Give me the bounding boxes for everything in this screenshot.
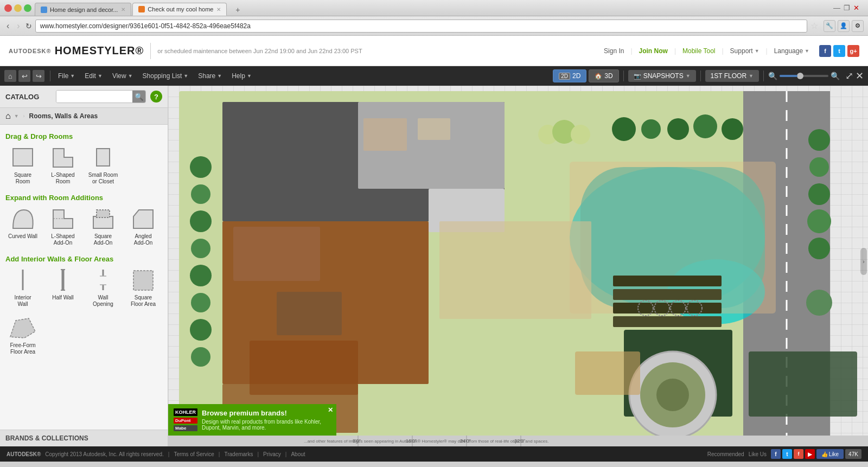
edit-menu[interactable]: Edit ▼ bbox=[80, 70, 107, 82]
footer-sep1: | bbox=[168, 451, 170, 457]
svg-rect-52 bbox=[439, 221, 591, 319]
footer-twitter-icon[interactable]: t bbox=[782, 449, 792, 459]
room-item-small[interactable]: Small Roomor Closet bbox=[86, 146, 120, 185]
room-item-lshaped-addon[interactable]: L-ShapedAdd-On bbox=[46, 207, 80, 246]
minimize-window-btn[interactable] bbox=[14, 4, 22, 12]
tab2-close[interactable]: ✕ bbox=[216, 7, 221, 12]
new-tab-btn[interactable]: + bbox=[230, 4, 245, 16]
minimize-btn[interactable]: — bbox=[833, 4, 840, 12]
breadcrumb-home-icon[interactable]: ⌂ bbox=[5, 111, 11, 121]
room-item-square-addon[interactable]: SquareAdd-On bbox=[86, 207, 120, 246]
svg-point-60 bbox=[191, 347, 210, 367]
footer-terms-link[interactable]: Terms of Service bbox=[174, 451, 214, 457]
settings-btn[interactable]: ⚙ bbox=[852, 20, 864, 32]
svg-rect-30 bbox=[613, 276, 722, 286]
profile-btn[interactable]: 👤 bbox=[838, 20, 850, 32]
room-item-square[interactable]: SquareRoom bbox=[5, 146, 40, 185]
redo-btn[interactable]: ↪ bbox=[33, 70, 44, 82]
room-item-interior-wall[interactable]: InteriorWall bbox=[5, 268, 40, 308]
undo-btn[interactable]: ↩ bbox=[18, 70, 30, 82]
exit-btn[interactable]: ✕ bbox=[856, 70, 864, 82]
share-menu[interactable]: Share ▼ bbox=[194, 70, 226, 82]
browser-title-bar: Home design and decor... ✕ Check out my … bbox=[0, 0, 868, 16]
browser-tab-1[interactable]: Home design and decor... ✕ bbox=[35, 3, 131, 16]
room-item-square-floor[interactable]: SquareFloor Area bbox=[126, 268, 161, 308]
canvas-area[interactable]: 8'0" 16'0" 24'0" 32'0" ...and other feat… bbox=[168, 86, 868, 446]
bookmark-btn[interactable]: ☆ bbox=[810, 21, 818, 31]
view-3d-btn[interactable]: 🏠 3D bbox=[589, 69, 618, 82]
fullscreen-btn[interactable]: ⤢ bbox=[845, 70, 853, 82]
room-item-wall-opening[interactable]: WallOpening bbox=[86, 268, 120, 308]
toolbar-div1 bbox=[50, 71, 50, 81]
wall-opening-icon bbox=[88, 268, 118, 292]
signin-link[interactable]: Sign In bbox=[604, 47, 624, 55]
catalog-search-input[interactable] bbox=[56, 91, 132, 103]
file-menu[interactable]: File ▼ bbox=[54, 70, 79, 82]
shoppinglist-menu[interactable]: Shopping List ▼ bbox=[138, 70, 193, 82]
language-dropdown[interactable]: Language ▼ bbox=[774, 47, 809, 55]
home-toolbar-btn[interactable]: ⌂ bbox=[4, 70, 16, 82]
homestyler-logo: HOMESTYLER® bbox=[55, 44, 144, 57]
footer-recommended: Recommended bbox=[707, 451, 744, 457]
help-btn[interactable]: ? bbox=[150, 91, 162, 103]
browser-tab-2[interactable]: Check out my cool home ✕ bbox=[132, 3, 227, 16]
support-dropdown[interactable]: Support ▼ bbox=[730, 47, 760, 55]
extensions-btn[interactable]: 🔧 bbox=[824, 20, 835, 32]
footer-facebook-icon[interactable]: f bbox=[771, 449, 781, 459]
sep3: | bbox=[722, 47, 723, 55]
zoom-plus-icon[interactable]: 🔍 bbox=[831, 72, 840, 80]
toolbar-div4 bbox=[763, 71, 764, 81]
restore-btn[interactable]: ❐ bbox=[844, 4, 850, 12]
footer-flickr-icon[interactable]: f bbox=[794, 449, 803, 459]
square-floor-icon bbox=[129, 268, 158, 292]
footer-youtube-icon[interactable]: ▶ bbox=[805, 449, 815, 459]
room-item-half-wall[interactable]: Half Wall bbox=[46, 268, 80, 308]
svg-point-57 bbox=[190, 265, 212, 286]
room-item-freeform[interactable]: Free-FormFloor Area bbox=[5, 316, 40, 355]
googleplus-icon[interactable]: g+ bbox=[847, 45, 859, 57]
zoom-slider[interactable] bbox=[780, 75, 828, 77]
catalog-search-btn[interactable]: 🔍 bbox=[132, 91, 145, 103]
dupont-logo: DuPont bbox=[174, 418, 197, 424]
svg-rect-49 bbox=[250, 341, 358, 395]
view-2d-btn[interactable]: 2D 2D bbox=[553, 69, 586, 82]
svg-rect-51 bbox=[418, 118, 450, 140]
view-menu[interactable]: View ▼ bbox=[108, 70, 137, 82]
svg-point-64 bbox=[807, 209, 831, 233]
mobiletool-link[interactable]: Mobile Tool bbox=[682, 47, 715, 55]
forward-btn[interactable]: › bbox=[15, 20, 22, 32]
footer-like-btn[interactable]: 👍 Like bbox=[816, 449, 844, 459]
close-window-btn[interactable] bbox=[4, 4, 12, 12]
back-btn[interactable]: ‹ bbox=[4, 20, 11, 32]
footer-about-link[interactable]: About bbox=[291, 451, 305, 457]
shoppinglist-label: Shopping List bbox=[143, 72, 182, 80]
footer-trademarks-link[interactable]: Trademarks bbox=[224, 451, 253, 457]
floor-selector[interactable]: 1ST FLOOR ▼ bbox=[705, 70, 759, 82]
maximize-window-btn[interactable] bbox=[24, 4, 31, 12]
logo-area: AUTODESK® HOMESTYLER® or scheduled maint… bbox=[9, 43, 362, 59]
svg-point-36 bbox=[641, 119, 661, 139]
address-bar[interactable] bbox=[35, 20, 807, 33]
svg-point-58 bbox=[191, 293, 210, 312]
joinnow-link[interactable]: Join Now bbox=[639, 47, 668, 55]
twitter-icon[interactable]: t bbox=[833, 45, 845, 57]
zoom-minus-icon[interactable]: 🔍 bbox=[768, 72, 777, 80]
ad-close-btn[interactable]: ✕ bbox=[328, 406, 333, 414]
facebook-icon[interactable]: f bbox=[819, 45, 831, 57]
footer-privacy-link[interactable]: Privacy bbox=[263, 451, 281, 457]
file-arrow: ▼ bbox=[70, 73, 75, 79]
browser-window-controls bbox=[4, 4, 31, 12]
room-item-lshaped[interactable]: L-ShapedRoom bbox=[46, 146, 80, 185]
refresh-btn[interactable]: ↻ bbox=[25, 22, 32, 30]
help-menu[interactable]: Help ▼ bbox=[227, 70, 256, 82]
ad-content: Browse premium brands! Design with real … bbox=[202, 409, 331, 431]
room-item-curved[interactable]: Curved Wall bbox=[5, 207, 40, 246]
tab1-close[interactable]: ✕ bbox=[121, 7, 125, 12]
lshaped-room-icon bbox=[48, 146, 78, 170]
snapshots-btn[interactable]: 📷 SNAPSHOTS ▼ bbox=[628, 70, 696, 82]
close-btn[interactable]: ✕ bbox=[853, 4, 859, 12]
room-item-angled-addon[interactable]: AngledAdd-On bbox=[126, 207, 161, 246]
panel-content: Drag & Drop Rooms SquareRoom bbox=[0, 125, 168, 430]
3d-icon: 🏠 bbox=[595, 73, 602, 80]
footer-left: AUTODESK® Copyright 2013 Autodesk, Inc. … bbox=[7, 451, 305, 457]
